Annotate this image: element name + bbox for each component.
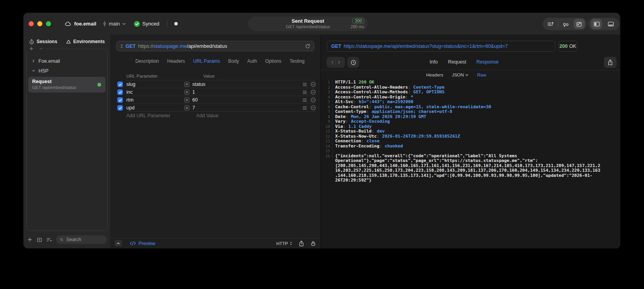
export-response-button[interactable]	[604, 57, 617, 68]
view-tab-headers-label: Headers	[426, 73, 443, 77]
share-icon[interactable]	[299, 240, 304, 247]
zoom-window-button[interactable]	[46, 21, 51, 26]
param-name-cell[interactable]: inc	[126, 89, 184, 95]
session-tree: Foe.email HSP Request GET /api/embed/sta…	[26, 49, 108, 231]
header-name: Alt-Svc	[335, 99, 356, 104]
tab-options[interactable]: Options	[265, 58, 281, 64]
header-value: close	[367, 138, 379, 144]
row-options-icon[interactable]	[303, 106, 307, 110]
record-dot-icon[interactable]	[174, 22, 178, 25]
close-window-button[interactable]	[29, 21, 34, 26]
request-list-item-selected[interactable]: Request GET /api/embed/status	[28, 77, 106, 93]
tab-sessions[interactable]: Sessions	[29, 39, 57, 44]
tab-url-params[interactable]: URL Params	[193, 58, 220, 64]
tree-item-foe-email[interactable]: Foe.email	[27, 56, 107, 66]
project-name: foe.email	[74, 21, 96, 27]
method-stepper-icon[interactable]	[120, 44, 123, 49]
header-name: X-Status-Build	[335, 129, 374, 134]
param-name-cell[interactable]: upd	[126, 105, 184, 111]
reveal-panel-button[interactable]	[115, 240, 122, 247]
resend-request-icon[interactable]	[305, 44, 310, 49]
line-number: 10	[321, 124, 332, 129]
row-options-icon[interactable]	[303, 90, 307, 95]
new-group-icon[interactable]	[36, 237, 42, 243]
tab-auth[interactable]: Auth	[247, 58, 257, 64]
preview-button[interactable]: Preview	[130, 241, 155, 246]
header-value: public, max-age=15, stale-while-revalida…	[374, 104, 491, 109]
param-name-cell[interactable]: rtm	[126, 97, 184, 103]
header-value: chunked	[385, 144, 403, 149]
header-value: Mon, 26 Jan 2026 20:29:59 GMT	[351, 114, 426, 119]
row-options-icon[interactable]	[303, 98, 307, 102]
search-icon	[60, 237, 64, 242]
view-tab-json[interactable]: JSON	[452, 73, 469, 77]
sort-filter-icon[interactable]	[46, 237, 52, 243]
equals-box-icon	[184, 97, 190, 103]
param-checkbox[interactable]	[117, 82, 123, 87]
tab-body[interactable]: Body	[228, 58, 239, 64]
tab-environments[interactable]: Environments	[66, 39, 105, 44]
remove-row-icon[interactable]	[310, 105, 316, 111]
response-nav: Info Request Response	[321, 57, 620, 68]
view-tab-headers[interactable]: Headers	[426, 73, 443, 77]
protocol-selector[interactable]: HTTP	[276, 241, 292, 246]
tab-description[interactable]: Description	[135, 58, 159, 64]
window-controls	[29, 21, 51, 26]
sent-request-capsule[interactable]: Sent Request GET /api/embed/status 200 2…	[248, 16, 368, 31]
line-number: 15	[321, 149, 332, 154]
param-value-cell[interactable]: 60	[192, 97, 320, 103]
equals-box-icon	[184, 105, 190, 111]
url-input[interactable]: GET https://statuspage.me/api/embed/stat…	[116, 41, 314, 51]
tree-item-hsp[interactable]: HSP	[27, 66, 107, 76]
add-session-icon[interactable]	[29, 46, 34, 51]
toggle-bottom-panel-button[interactable]	[605, 19, 616, 29]
tab-headers[interactable]: Headers	[167, 58, 185, 64]
minimize-window-button[interactable]	[37, 21, 42, 26]
header-name: Vary	[335, 119, 348, 124]
param-value-cell[interactable]: 1	[192, 89, 320, 95]
remove-row-icon[interactable]	[310, 82, 316, 87]
export-list-button[interactable]	[545, 19, 556, 29]
sessions-clock-icon	[29, 39, 34, 44]
search-input[interactable]	[66, 236, 103, 243]
line-number: 11	[321, 129, 332, 134]
request-editor-panel: GET https://statuspage.me/api/embed/stat…	[110, 35, 320, 248]
add-param-placeholder[interactable]: Add URL Parameter	[126, 113, 170, 118]
param-name-cell[interactable]: slug	[126, 82, 184, 87]
header-value: 2026-01-26T20:29:59.859105261Z	[382, 134, 460, 139]
view-tab-raw[interactable]: Raw	[477, 73, 486, 77]
method-label[interactable]: GET	[126, 44, 136, 49]
sent-url-field[interactable]: GET https://statuspage.me/api/embed/stat…	[327, 41, 555, 52]
row-options-icon[interactable]	[303, 82, 307, 87]
sync-status[interactable]: Synced	[134, 21, 159, 27]
param-checkbox[interactable]	[117, 89, 123, 95]
tree-item-label: Foe.email	[38, 58, 60, 64]
raw-response-view[interactable]: 1 HTTP/1.1200 OK 2Access-Control-Allow-H…	[321, 80, 620, 248]
remove-session-icon[interactable]	[39, 46, 44, 51]
header-value: 1.1 Caddy	[348, 124, 372, 129]
search-field[interactable]	[56, 235, 107, 244]
param-value-cell[interactable]: status	[192, 82, 320, 87]
branch-selector[interactable]: main	[102, 21, 126, 27]
tab-request[interactable]: Request	[448, 59, 467, 65]
view-tab-raw-label: Raw	[477, 73, 486, 77]
import-requests-button[interactable]	[574, 19, 585, 29]
toggle-sidebar-button[interactable]	[591, 19, 602, 29]
tab-info[interactable]: Info	[430, 59, 438, 65]
tab-response[interactable]: Response	[476, 59, 498, 65]
remove-row-icon[interactable]	[310, 89, 316, 95]
header-value: application/json; charset=utf-8	[372, 109, 452, 114]
response-tabs: Info Request Response	[314, 59, 614, 65]
add-value-placeholder[interactable]: Add Value	[196, 113, 219, 118]
param-checkbox[interactable]	[117, 105, 123, 111]
sent-request-title: Sent Request	[292, 18, 324, 24]
header-value: GET, OPTIONS	[413, 89, 444, 95]
remove-row-icon[interactable]	[310, 97, 316, 103]
merge-flow-button[interactable]	[560, 19, 571, 29]
param-value-cell[interactable]: 7	[192, 105, 320, 111]
tab-testing[interactable]: Testing	[290, 58, 305, 64]
param-row: inc 1	[110, 88, 320, 96]
add-request-icon[interactable]	[27, 237, 33, 242]
lock-icon[interactable]	[310, 241, 316, 246]
param-checkbox[interactable]	[117, 97, 123, 103]
